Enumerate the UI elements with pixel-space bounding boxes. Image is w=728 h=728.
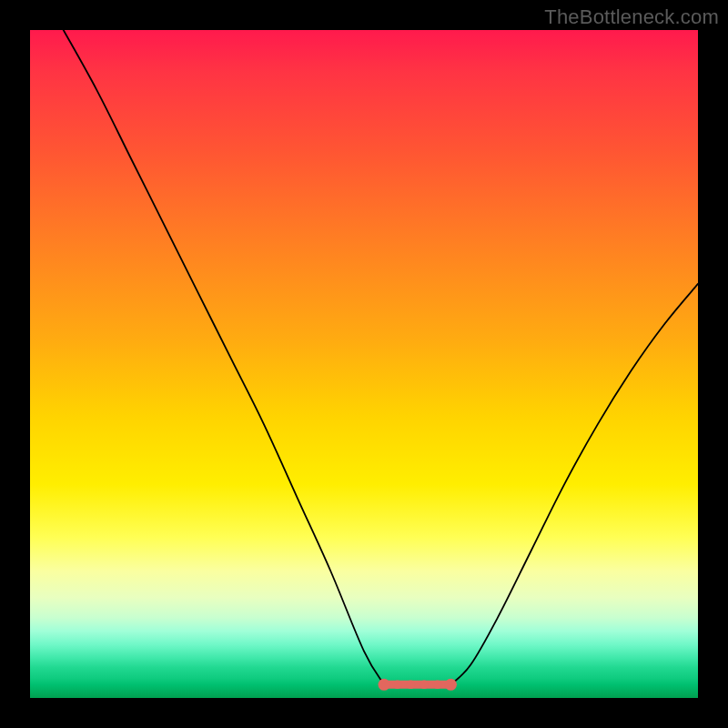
right-curve-line xyxy=(450,284,698,684)
left-curve-line xyxy=(64,30,384,684)
flat-endpoint-dot xyxy=(445,679,457,691)
chart-svg xyxy=(30,30,698,698)
flat-interior-dot xyxy=(420,681,429,690)
flat-interior-dot xyxy=(393,681,402,690)
flat-endpoint-dot xyxy=(379,679,390,691)
watermark-text: TheBottleneck.com xyxy=(544,5,719,29)
flat-interior-dot xyxy=(407,681,416,690)
plot-area xyxy=(30,30,698,698)
flat-interior-dot xyxy=(433,681,442,690)
chart-frame: TheBottleneck.com xyxy=(0,0,728,728)
